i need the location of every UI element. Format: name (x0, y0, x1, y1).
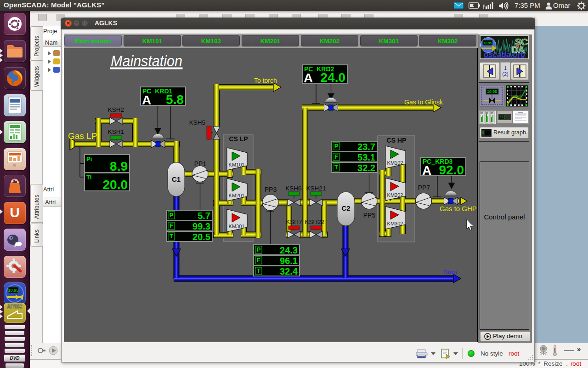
svg-text:Drop: Drop (443, 269, 457, 276)
svg-text:24.0: 24.0 (321, 70, 346, 85)
svg-text:5.7: 5.7 (198, 211, 210, 221)
svg-text:Mainstation: Mainstation (111, 52, 182, 69)
svg-text:T: T (334, 164, 338, 171)
svg-text:A: A (422, 163, 431, 178)
svg-text:CS LP: CS LP (229, 135, 248, 143)
svg-text:53.1: 53.1 (357, 152, 375, 162)
svg-text:F: F (170, 222, 173, 229)
svg-text:PP5: PP5 (363, 212, 376, 219)
svg-text:Pi: Pi (86, 155, 92, 162)
svg-text:20.0: 20.0 (103, 178, 128, 192)
svg-text:KSH22: KSH22 (305, 218, 325, 225)
svg-text:KM202: KM202 (387, 192, 403, 198)
svg-text:PP3: PP3 (265, 186, 277, 193)
svg-text:KSH1: KSH1 (108, 128, 124, 135)
svg-text:PP7: PP7 (418, 184, 430, 191)
svg-text:KSH5: KSH5 (189, 119, 205, 126)
svg-text:F: F (257, 257, 260, 264)
svg-text:5.8: 5.8 (166, 92, 184, 107)
svg-text:32.2: 32.2 (357, 163, 375, 173)
svg-text:23.7: 23.7 (357, 142, 375, 152)
svg-text:T: T (257, 267, 260, 274)
svg-text:To torch: To torch (254, 77, 277, 84)
svg-text:T: T (170, 233, 173, 240)
svg-text:10.95: 10.95 (8, 288, 19, 293)
svg-text:32.4: 32.4 (280, 266, 298, 276)
svg-text:99.3: 99.3 (192, 221, 210, 231)
svg-text:C1: C1 (172, 175, 181, 183)
svg-text:oscada.org: oscada.org (484, 50, 526, 58)
svg-text:Ti: Ti (86, 174, 91, 181)
svg-text:92.0: 92.0 (439, 163, 464, 177)
svg-text:PP1: PP1 (194, 160, 207, 167)
svg-text:Gas LP: Gas LP (68, 131, 97, 141)
svg-text:10.95: 10.95 (484, 41, 492, 45)
svg-text:A: A (304, 71, 313, 85)
svg-text:8.9: 8.9 (110, 159, 128, 173)
svg-text:20.5: 20.5 (192, 232, 210, 242)
svg-text:8.6: 8.6 (500, 116, 503, 119)
svg-text:CS HP: CS HP (387, 137, 407, 144)
svg-text:KM101: KM101 (229, 162, 245, 167)
svg-text:KM102: KM102 (387, 160, 403, 166)
svg-text:KSH6: KSH6 (285, 185, 301, 192)
svg-text:АГЛКС: АГЛКС (7, 304, 23, 309)
svg-text:96.1: 96.1 (280, 256, 298, 266)
svg-text:F: F (334, 153, 338, 160)
svg-text:P: P (334, 143, 339, 150)
svg-text:KSH21: KSH21 (306, 185, 326, 192)
svg-text:P: P (170, 212, 174, 218)
svg-text:KM302: KM302 (387, 221, 403, 226)
svg-text:A: A (142, 93, 151, 107)
svg-text:Gas to GHP: Gas to GHP (440, 205, 477, 213)
svg-text:24.3: 24.3 (280, 245, 298, 255)
svg-text:P: P (257, 246, 261, 253)
svg-text:KSH7: KSH7 (286, 218, 302, 225)
svg-text:KM201: KM201 (229, 193, 245, 198)
svg-text:KSH2: KSH2 (108, 106, 124, 113)
svg-text:KM301: KM301 (229, 224, 245, 229)
svg-text:Gas to Glinsk: Gas to Glinsk (404, 98, 443, 106)
svg-text:C2: C2 (341, 204, 350, 212)
